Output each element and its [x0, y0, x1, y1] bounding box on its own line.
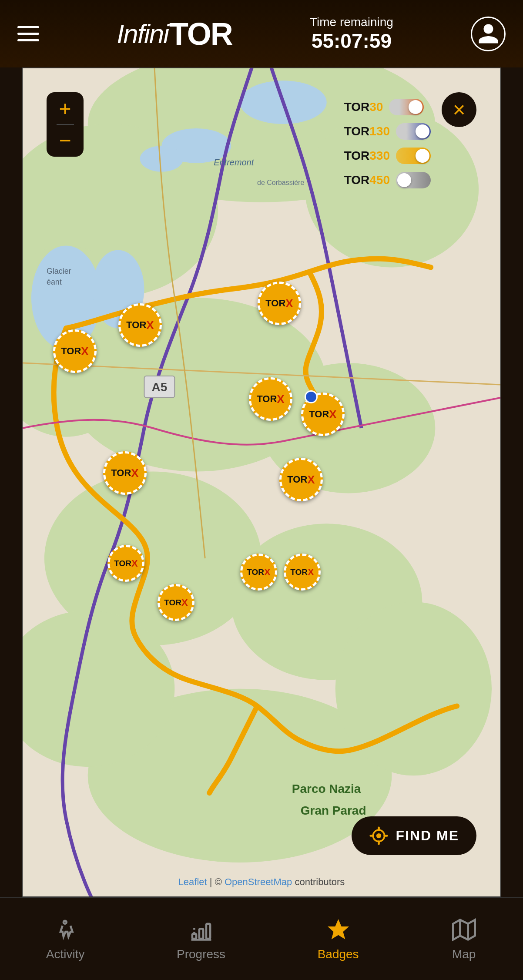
nav-map[interactable]: Map — [438, 913, 490, 966]
tor-marker-1-label: TORX — [265, 297, 293, 310]
svg-point-16 — [140, 146, 184, 172]
tor-marker-9[interactable]: TORX — [158, 584, 194, 621]
badges-icon — [325, 917, 351, 943]
tor-marker-2-label: TORX — [126, 319, 154, 332]
zoom-out-button[interactable]: − — [53, 128, 77, 152]
tor450-knob — [397, 173, 411, 187]
tor30-toggle-row: TOR30 — [344, 99, 431, 115]
leaflet-link[interactable]: Leaflet — [178, 876, 207, 887]
time-remaining-value: 55:07:59 — [310, 29, 393, 53]
map-label: Map — [452, 947, 476, 961]
tor-marker-1[interactable]: TORX — [258, 282, 301, 325]
svg-text:de Corbassière: de Corbassière — [257, 179, 304, 186]
tor130-label: TOR130 — [344, 124, 390, 138]
tor-marker-8[interactable]: TORX — [107, 545, 144, 582]
nav-activity[interactable]: Activity — [33, 913, 98, 966]
tor-marker-2[interactable]: TORX — [118, 303, 162, 347]
activity-icon — [52, 917, 78, 943]
tor30-toggle[interactable] — [389, 99, 424, 115]
layer-toggles: TOR30 TOR130 TOR330 TOR450 — [344, 99, 431, 188]
profile-icon — [476, 22, 500, 46]
tor-marker-10[interactable]: TORX — [240, 554, 277, 591]
tor130-toggle-row: TOR130 — [344, 123, 431, 140]
svg-text:A5: A5 — [152, 380, 168, 394]
tor-marker-4[interactable]: TORX — [249, 377, 292, 421]
close-button[interactable]: × — [442, 92, 476, 127]
logo-tor: TOR — [169, 16, 232, 52]
tor330-label: TOR330 — [344, 149, 390, 163]
svg-rect-29 — [192, 934, 196, 939]
tor-marker-6[interactable]: TORX — [103, 451, 147, 495]
tor-marker-7-label: TORX — [287, 473, 315, 487]
time-section: Time remaining 55:07:59 — [310, 15, 393, 53]
tor30-knob — [409, 100, 422, 114]
find-me-icon — [369, 826, 389, 846]
tor130-knob — [416, 124, 429, 138]
tor-marker-5-label: TORX — [309, 408, 336, 421]
user-location-dot — [305, 390, 318, 403]
svg-marker-34 — [328, 920, 348, 939]
tor-marker-8-label: TORX — [114, 558, 137, 569]
map-attribution: Leaflet | © OpenStreetMap contributors — [23, 876, 500, 888]
tor-marker-11-label: TORX — [290, 567, 314, 578]
tor-marker-11[interactable]: TORX — [284, 554, 321, 591]
nav-progress[interactable]: Progress — [164, 913, 238, 966]
find-me-button[interactable]: FIND ME — [352, 816, 476, 855]
header: Infini TOR Time remaining 55:07:59 — [0, 0, 523, 67]
svg-point-27 — [376, 833, 381, 838]
svg-marker-35 — [453, 920, 475, 940]
tor-marker-9-label: TORX — [164, 597, 188, 608]
tor30-label: TOR30 — [344, 100, 383, 114]
tor130-toggle[interactable] — [396, 123, 431, 140]
tor-marker-7[interactable]: TORX — [279, 458, 323, 501]
svg-text:Gran Parad: Gran Parad — [301, 804, 366, 817]
time-remaining-label: Time remaining — [310, 15, 393, 29]
progress-label: Progress — [177, 947, 225, 961]
tor330-toggle[interactable] — [396, 148, 431, 164]
badges-label: Badges — [318, 947, 359, 961]
zoom-in-button[interactable]: + — [53, 97, 77, 121]
nav-badges[interactable]: Badges — [305, 913, 372, 966]
menu-button[interactable] — [17, 26, 39, 41]
attribution-separator: | © — [210, 876, 225, 887]
attribution-suffix: contributors — [295, 876, 345, 887]
app-logo: Infini TOR — [117, 16, 232, 52]
tor-marker-3-label: TORX — [61, 345, 88, 358]
tor450-label: TOR450 — [344, 173, 390, 187]
logo-infini: Infini — [117, 18, 168, 49]
tor-marker-10-label: TORX — [247, 567, 270, 578]
svg-rect-30 — [199, 929, 203, 939]
svg-text:éant: éant — [47, 278, 62, 286]
find-me-label: FIND ME — [396, 828, 459, 844]
tor-marker-6-label: TORX — [111, 467, 138, 480]
tor-marker-4-label: TORX — [257, 393, 284, 406]
tor330-knob — [416, 149, 429, 163]
svg-text:Glacier: Glacier — [47, 267, 71, 275]
svg-rect-31 — [206, 924, 210, 939]
map-icon — [451, 917, 477, 943]
zoom-divider — [57, 124, 74, 125]
map-background: A5 Entremont de Corbassière Aoste Parco … — [23, 68, 500, 896]
svg-text:Parco Nazia: Parco Nazia — [292, 782, 361, 795]
osm-link[interactable]: OpenStreetMap — [225, 876, 292, 887]
tor450-toggle-row: TOR450 — [344, 172, 431, 188]
tor330-toggle-row: TOR330 — [344, 148, 431, 164]
zoom-controls: + − — [47, 92, 84, 157]
progress-icon — [188, 917, 214, 943]
activity-label: Activity — [46, 947, 85, 961]
profile-button[interactable] — [471, 17, 506, 51]
tor450-toggle[interactable] — [396, 172, 431, 188]
svg-text:Entremont: Entremont — [214, 158, 255, 167]
map-container[interactable]: A5 Entremont de Corbassière Aoste Parco … — [22, 67, 501, 897]
tor-marker-3[interactable]: TORX — [53, 329, 97, 373]
bottom-navigation: Activity Progress Badges — [0, 897, 523, 980]
